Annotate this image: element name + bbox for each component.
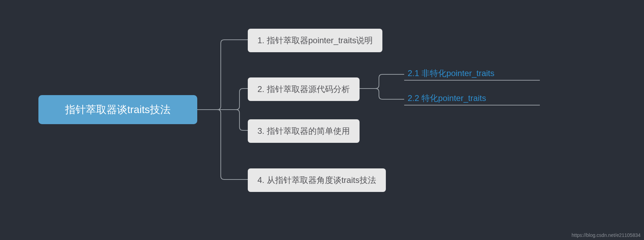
branch-label: 4. 从指针萃取器角度谈traits技法	[257, 175, 376, 186]
branch-label: 1. 指针萃取器pointer_traits说明	[257, 35, 373, 46]
mindmap-root[interactable]: 指针萃取器谈traits技法	[38, 95, 197, 124]
watermark-label: https://blog.csdn.net/e21105834	[572, 232, 641, 238]
mindmap-branch-3[interactable]: 3. 指针萃取器的简单使用	[248, 119, 360, 143]
mindmap-branch-4[interactable]: 4. 从指针萃取器角度谈traits技法	[248, 168, 386, 192]
watermark-text: https://blog.csdn.net/e21105834	[572, 232, 641, 238]
mindmap-branch-1[interactable]: 1. 指针萃取器pointer_traits说明	[248, 29, 382, 52]
mindmap-branch-2[interactable]: 2. 指针萃取器源代码分析	[248, 77, 360, 101]
root-label: 指针萃取器谈traits技法	[65, 103, 171, 117]
branch-label: 3. 指针萃取器的简单使用	[257, 126, 350, 137]
leaf-label: 2.1 非特化pointer_traits	[408, 68, 495, 79]
mindmap-leaf-2-2[interactable]: 2.2 特化pointer_traits	[408, 93, 486, 104]
leaf-label: 2.2 特化pointer_traits	[408, 93, 486, 104]
mindmap-leaf-2-1[interactable]: 2.1 非特化pointer_traits	[408, 68, 495, 79]
branch-label: 2. 指针萃取器源代码分析	[257, 84, 350, 95]
